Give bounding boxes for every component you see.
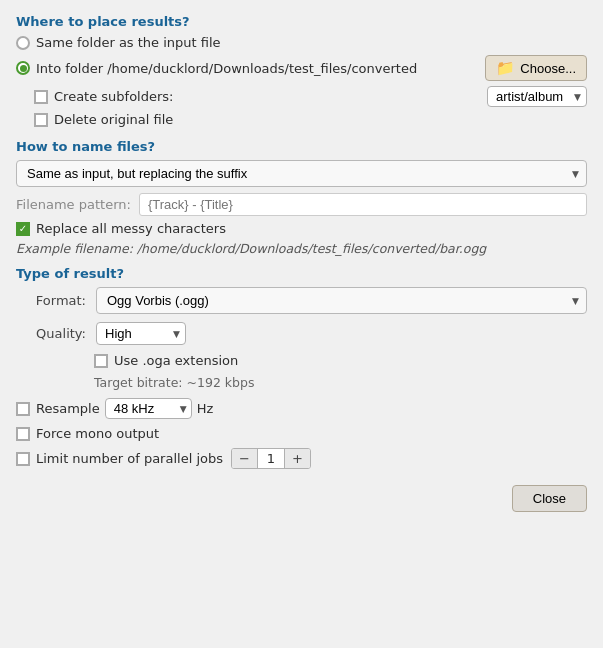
format-select[interactable]: Ogg Vorbis (.ogg) MP3 (.mp3) FLAC (.flac… bbox=[96, 287, 587, 314]
delete-original-row: Delete original file bbox=[16, 112, 587, 127]
example-filename-value: /home/ducklord/Downloads/test_files/conv… bbox=[137, 241, 486, 256]
naming-select[interactable]: Same as input, but replacing the suffix … bbox=[16, 160, 587, 187]
same-folder-row: Same folder as the input file bbox=[16, 35, 587, 50]
resample-checkbox[interactable] bbox=[16, 402, 30, 416]
force-mono-label: Force mono output bbox=[36, 426, 159, 441]
resample-unit: Hz bbox=[197, 401, 214, 416]
format-select-wrap: Ogg Vorbis (.ogg) MP3 (.mp3) FLAC (.flac… bbox=[96, 287, 587, 314]
parallel-jobs-spinbox: − 1 + bbox=[231, 448, 311, 469]
close-button[interactable]: Close bbox=[512, 485, 587, 512]
create-subfolders-checkbox[interactable] bbox=[34, 90, 48, 104]
replace-messy-checkbox[interactable] bbox=[16, 222, 30, 236]
artist-album-select-wrap: artist/album artist album bbox=[487, 86, 587, 107]
choose-btn-label: Choose... bbox=[520, 61, 576, 76]
resample-label: Resample bbox=[36, 401, 100, 416]
artist-album-select[interactable]: artist/album artist album bbox=[487, 86, 587, 107]
target-bitrate-label: Target bitrate: ~192 kbps bbox=[16, 375, 587, 390]
into-folder-label: Into folder /home/ducklord/Downloads/tes… bbox=[36, 61, 477, 76]
quality-select[interactable]: High Medium Low Custom bbox=[96, 322, 186, 345]
force-mono-checkbox[interactable] bbox=[16, 427, 30, 441]
example-filename-prefix: Example filename: bbox=[16, 241, 137, 256]
use-oga-row: Use .oga extension bbox=[16, 353, 587, 368]
force-mono-row: Force mono output bbox=[16, 426, 587, 441]
resample-select-wrap: 48 kHz 44.1 kHz 22.05 kHz 16 kHz 8 kHz bbox=[105, 398, 192, 419]
parallel-jobs-increment[interactable]: + bbox=[285, 449, 310, 468]
name-files-title: How to name files? bbox=[16, 139, 587, 154]
replace-messy-row: Replace all messy characters bbox=[16, 221, 587, 236]
filename-pattern-input[interactable] bbox=[139, 193, 587, 216]
resample-select[interactable]: 48 kHz 44.1 kHz 22.05 kHz 16 kHz 8 kHz bbox=[105, 398, 192, 419]
parallel-jobs-decrement[interactable]: − bbox=[232, 449, 257, 468]
create-subfolders-label: Create subfolders: bbox=[54, 89, 487, 104]
use-oga-checkbox[interactable] bbox=[94, 354, 108, 368]
example-filename: Example filename: /home/ducklord/Downloa… bbox=[16, 241, 587, 256]
naming-select-wrap: Same as input, but replacing the suffix … bbox=[16, 160, 587, 187]
create-subfolders-row: Create subfolders: artist/album artist a… bbox=[16, 86, 587, 107]
folder-icon: 📁 bbox=[496, 59, 515, 77]
limit-parallel-label: Limit number of parallel jobs bbox=[36, 451, 223, 466]
bottom-bar: Close bbox=[16, 485, 587, 516]
naming-select-wrap-container: Same as input, but replacing the suffix … bbox=[16, 160, 587, 187]
use-oga-label: Use .oga extension bbox=[114, 353, 238, 368]
filename-pattern-row: Filename pattern: bbox=[16, 193, 587, 216]
quality-label: Quality: bbox=[16, 326, 86, 341]
choose-folder-button[interactable]: 📁 Choose... bbox=[485, 55, 587, 81]
delete-original-checkbox[interactable] bbox=[34, 113, 48, 127]
dialog-window: Where to place results? Same folder as t… bbox=[0, 0, 603, 530]
format-label: Format: bbox=[16, 293, 86, 308]
same-folder-label: Same folder as the input file bbox=[36, 35, 221, 50]
place-results-title: Where to place results? bbox=[16, 14, 587, 29]
into-folder-radio[interactable] bbox=[16, 61, 30, 75]
format-row: Format: Ogg Vorbis (.ogg) MP3 (.mp3) FLA… bbox=[16, 287, 587, 314]
parallel-jobs-value: 1 bbox=[257, 449, 285, 468]
delete-original-label: Delete original file bbox=[54, 112, 173, 127]
limit-parallel-row: Limit number of parallel jobs − 1 + bbox=[16, 448, 587, 469]
quality-select-wrap: High Medium Low Custom bbox=[96, 322, 186, 345]
same-folder-radio[interactable] bbox=[16, 36, 30, 50]
limit-parallel-checkbox[interactable] bbox=[16, 452, 30, 466]
quality-row: Quality: High Medium Low Custom bbox=[16, 322, 587, 345]
filename-pattern-label: Filename pattern: bbox=[16, 197, 131, 212]
type-result-title: Type of result? bbox=[16, 266, 587, 281]
resample-row: Resample 48 kHz 44.1 kHz 22.05 kHz 16 kH… bbox=[16, 398, 587, 419]
into-folder-row: Into folder /home/ducklord/Downloads/tes… bbox=[16, 55, 587, 81]
replace-messy-label: Replace all messy characters bbox=[36, 221, 226, 236]
